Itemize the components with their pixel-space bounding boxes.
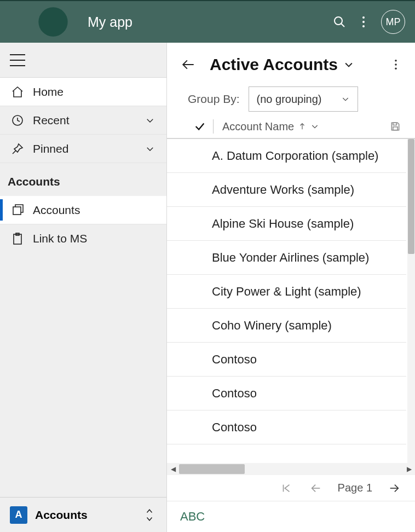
list-item[interactable]: Contoso bbox=[167, 410, 406, 444]
save-icon[interactable] bbox=[389, 120, 402, 133]
app-logo-icon bbox=[37, 6, 69, 38]
groupby-select[interactable]: (no grouping) bbox=[249, 86, 358, 112]
chevron-down-icon bbox=[143, 142, 157, 155]
list-item[interactable]: Alpine Ski House (sample) bbox=[167, 207, 406, 241]
chevron-down-icon bbox=[310, 122, 319, 131]
home-icon bbox=[10, 84, 25, 100]
horizontal-scrollbar[interactable]: ◀ ▶ bbox=[167, 463, 415, 475]
alpha-jump-bar[interactable]: ABC bbox=[167, 501, 415, 532]
chevron-updown-icon[interactable] bbox=[142, 506, 157, 524]
sidebar-footer[interactable]: A Accounts bbox=[0, 497, 166, 532]
app-switcher-label: Accounts bbox=[35, 508, 88, 522]
app-title: My app bbox=[88, 14, 132, 30]
list-item[interactable]: Adventure Works (sample) bbox=[167, 173, 406, 207]
list-item[interactable]: Contoso bbox=[167, 377, 406, 410]
alpha-jump-label: ABC bbox=[180, 510, 205, 524]
chevron-down-icon bbox=[143, 114, 157, 127]
pager: Page 1 bbox=[167, 475, 415, 501]
svg-point-12 bbox=[395, 60, 397, 62]
sidebar-item-pinned[interactable]: Pinned bbox=[0, 135, 166, 163]
groupby-label: Group By: bbox=[188, 92, 240, 106]
hamburger-icon[interactable] bbox=[10, 54, 25, 66]
pin-icon bbox=[10, 141, 25, 157]
clock-icon bbox=[10, 113, 25, 128]
column-header-row: Account Name bbox=[167, 119, 415, 139]
svg-point-0 bbox=[38, 7, 67, 36]
sidebar-item-label: Home bbox=[33, 85, 64, 99]
svg-point-13 bbox=[395, 63, 397, 66]
scroll-left-icon[interactable]: ◀ bbox=[167, 463, 179, 475]
user-avatar[interactable]: MP bbox=[381, 10, 405, 34]
sidebar-item-label: Accounts bbox=[33, 204, 80, 217]
entity-icon bbox=[10, 203, 25, 218]
scroll-right-icon[interactable]: ▶ bbox=[403, 463, 415, 475]
svg-rect-8 bbox=[13, 207, 21, 215]
list-item[interactable]: A. Datum Corporation (sample) bbox=[167, 139, 406, 173]
svg-point-3 bbox=[362, 16, 365, 19]
scrollbar-thumb[interactable] bbox=[179, 464, 245, 474]
svg-rect-16 bbox=[393, 123, 397, 125]
sidebar-item-home[interactable]: Home bbox=[0, 78, 166, 106]
sidebar-item-link-to-ms[interactable]: Link to MS bbox=[0, 224, 166, 253]
svg-line-7 bbox=[13, 151, 16, 154]
page-indicator: Page 1 bbox=[338, 482, 372, 494]
chevron-down-icon bbox=[343, 59, 354, 70]
svg-point-1 bbox=[335, 17, 342, 25]
sidebar: Home Recent Pinned Accou bbox=[0, 43, 167, 532]
search-icon[interactable] bbox=[327, 10, 351, 34]
sidebar-item-label: Recent bbox=[33, 114, 70, 127]
column-header-label: Account Name bbox=[222, 120, 294, 133]
content-pane: Active Accounts Group By: (no grouping) bbox=[167, 43, 415, 532]
svg-line-2 bbox=[341, 24, 344, 27]
record-list: A. Datum Corporation (sample)Adventure W… bbox=[167, 139, 406, 463]
back-button[interactable] bbox=[180, 56, 197, 73]
vertical-scrollbar[interactable] bbox=[407, 139, 415, 463]
app-bar: My app MP bbox=[0, 0, 415, 43]
user-initials: MP bbox=[386, 16, 401, 28]
sidebar-item-recent[interactable]: Recent bbox=[0, 106, 166, 135]
svg-point-5 bbox=[362, 25, 365, 27]
first-page-button[interactable] bbox=[279, 481, 294, 496]
more-vertical-icon[interactable] bbox=[388, 56, 404, 73]
list-item[interactable]: Coho Winery (sample) bbox=[167, 309, 406, 343]
svg-point-4 bbox=[362, 21, 365, 23]
prev-page-button[interactable] bbox=[308, 481, 324, 496]
sidebar-item-label: Link to MS bbox=[33, 232, 87, 245]
sidebar-section-label: Accounts bbox=[0, 163, 166, 196]
clipboard-icon bbox=[10, 231, 25, 246]
sort-asc-icon bbox=[298, 122, 306, 131]
svg-point-14 bbox=[395, 67, 397, 70]
select-all-checkbox[interactable] bbox=[193, 120, 206, 133]
list-item[interactable]: Blue Yonder Airlines (sample) bbox=[167, 241, 406, 275]
groupby-value: (no grouping) bbox=[257, 93, 322, 106]
view-selector[interactable]: Active Accounts bbox=[210, 55, 354, 74]
column-header-account-name[interactable]: Account Name bbox=[222, 120, 319, 133]
more-vertical-icon[interactable] bbox=[351, 10, 376, 34]
app-switcher-badge: A bbox=[10, 506, 27, 524]
sidebar-item-label: Pinned bbox=[33, 142, 68, 155]
chevron-down-icon bbox=[341, 95, 350, 103]
view-title-text: Active Accounts bbox=[210, 55, 338, 74]
scrollbar-thumb[interactable] bbox=[408, 139, 414, 254]
svg-rect-17 bbox=[393, 127, 397, 130]
next-page-button[interactable] bbox=[387, 481, 402, 496]
list-item[interactable]: Contoso bbox=[167, 343, 406, 377]
list-item[interactable]: City Power & Light (sample) bbox=[167, 275, 406, 309]
sidebar-item-accounts[interactable]: Accounts bbox=[0, 196, 166, 224]
